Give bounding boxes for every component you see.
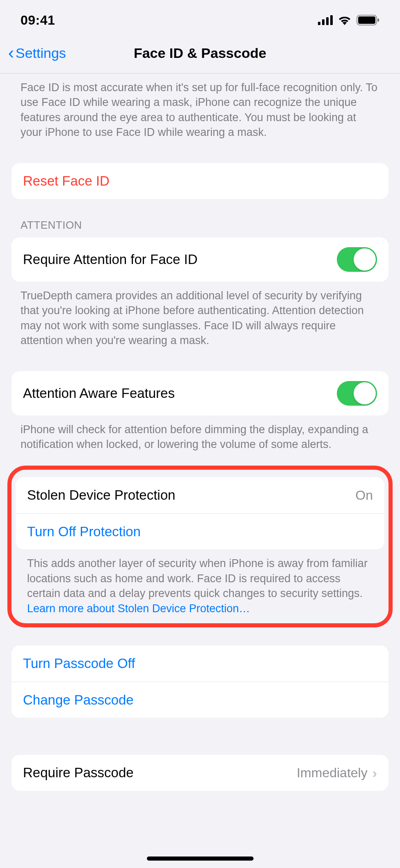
turn-passcode-off-button[interactable]: Turn Passcode Off <box>11 645 389 682</box>
svg-rect-5 <box>358 16 375 24</box>
attention-aware-toggle[interactable] <box>337 381 377 406</box>
battery-icon <box>357 15 379 25</box>
navigation-bar: ‹ Settings Face ID & Passcode <box>0 37 400 73</box>
svg-rect-3 <box>330 15 333 25</box>
svg-rect-2 <box>326 17 329 25</box>
stolen-device-label: Stolen Device Protection <box>27 487 175 503</box>
turn-passcode-off-label: Turn Passcode Off <box>23 656 135 671</box>
stolen-device-status: On <box>355 488 373 503</box>
reset-face-id-label: Reset Face ID <box>23 173 110 189</box>
svg-rect-1 <box>322 19 325 25</box>
page-title: Face ID & Passcode <box>134 45 266 61</box>
stolen-device-footer: This adds another layer of security when… <box>11 549 389 618</box>
turn-off-protection-button[interactable]: Turn Off Protection <box>16 513 384 549</box>
face-id-description: Face ID is most accurate when it's set u… <box>0 73 400 148</box>
passcode-group: Turn Passcode Off Change Passcode <box>11 645 389 718</box>
cellular-icon <box>318 15 333 25</box>
attention-aware-footer: iPhone will check for attention before d… <box>0 416 400 460</box>
back-button[interactable]: ‹ Settings <box>8 44 66 62</box>
stolen-device-group: Stolen Device Protection On Turn Off Pro… <box>16 477 384 549</box>
status-time: 09:41 <box>21 13 55 28</box>
require-attention-toggle[interactable] <box>337 247 377 272</box>
status-bar: 09:41 <box>0 0 400 37</box>
back-label: Settings <box>16 45 66 61</box>
turn-off-protection-label: Turn Off Protection <box>27 524 141 540</box>
attention-aware-label: Attention Aware Features <box>23 386 175 401</box>
require-attention-label: Require Attention for Face ID <box>23 252 198 267</box>
stolen-device-highlight: Stolen Device Protection On Turn Off Pro… <box>7 466 393 627</box>
require-passcode-group: Require Passcode Immediately › <box>11 755 389 791</box>
svg-rect-0 <box>318 22 320 25</box>
attention-aware-row[interactable]: Attention Aware Features <box>11 371 389 416</box>
require-passcode-value: Immediately <box>297 765 368 781</box>
require-attention-group: Require Attention for Face ID <box>11 237 389 282</box>
change-passcode-button[interactable]: Change Passcode <box>11 682 389 718</box>
svg-rect-6 <box>377 18 379 22</box>
reset-face-id-button[interactable]: Reset Face ID <box>11 163 389 199</box>
status-icons <box>318 15 379 25</box>
attention-header: ATTENTION <box>0 199 400 237</box>
home-indicator[interactable] <box>147 857 254 861</box>
reset-face-id-group: Reset Face ID <box>11 163 389 199</box>
learn-more-link[interactable]: Learn more about Stolen Device Protectio… <box>27 602 250 615</box>
require-passcode-row[interactable]: Require Passcode Immediately › <box>11 755 389 791</box>
attention-aware-group: Attention Aware Features <box>11 371 389 416</box>
require-passcode-label: Require Passcode <box>23 765 134 781</box>
chevron-right-icon: › <box>373 765 377 781</box>
wifi-icon <box>338 15 352 25</box>
stolen-device-row[interactable]: Stolen Device Protection On <box>16 477 384 513</box>
require-attention-row[interactable]: Require Attention for Face ID <box>11 237 389 282</box>
require-attention-footer: TrueDepth camera provides an additional … <box>0 282 400 356</box>
change-passcode-label: Change Passcode <box>23 692 134 708</box>
chevron-left-icon: ‹ <box>8 44 14 62</box>
